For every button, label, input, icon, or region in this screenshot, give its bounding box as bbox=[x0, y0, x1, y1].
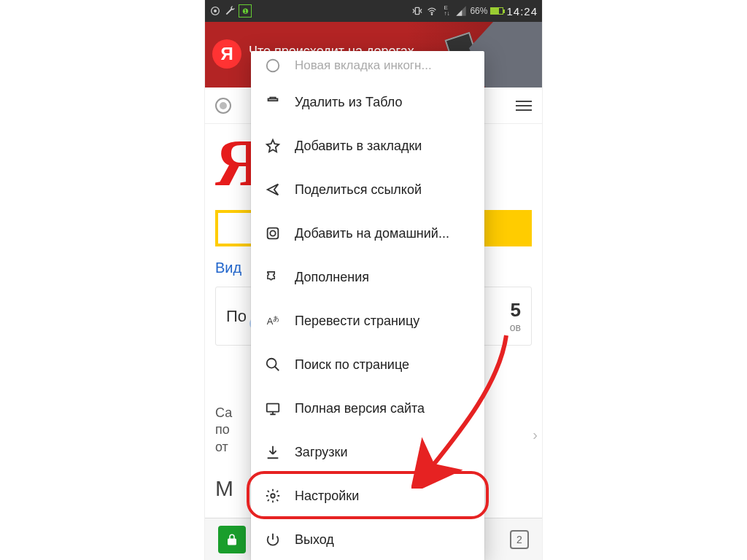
menu-item-label: Поделиться ссылкой bbox=[295, 182, 422, 198]
svg-point-7 bbox=[270, 230, 275, 236]
vibrate-icon bbox=[411, 5, 423, 17]
star-icon bbox=[264, 137, 282, 155]
menu-item-settings[interactable]: Настройки bbox=[251, 474, 484, 518]
yandex-logo-icon: Я bbox=[212, 39, 241, 69]
menu-item-label: Удалить из Табло bbox=[295, 95, 402, 110]
battery-percent: 66% bbox=[470, 6, 487, 16]
location-icon[interactable] bbox=[215, 98, 231, 114]
lock-icon bbox=[225, 533, 239, 546]
hamburger-icon[interactable] bbox=[516, 101, 532, 111]
browser-menu: Новая вкладка инкогн...Удалить из ТаблоД… bbox=[251, 51, 484, 560]
menu-item-label: Добавить на домашний... bbox=[295, 226, 449, 241]
card-title: По bbox=[226, 307, 247, 326]
desktop-icon bbox=[264, 400, 282, 417]
video-link[interactable]: Вид bbox=[215, 260, 241, 276]
gps-icon bbox=[209, 5, 221, 17]
svg-point-4 bbox=[267, 60, 279, 72]
menu-item-label: Настройки bbox=[295, 489, 359, 504]
network-type-icon: E↑↓ bbox=[441, 5, 452, 17]
power-icon bbox=[264, 531, 282, 548]
svg-point-12 bbox=[271, 494, 275, 498]
menu-item-search[interactable]: Поиск по странице bbox=[251, 343, 484, 386]
trash-icon bbox=[264, 93, 282, 111]
svg-rect-2 bbox=[416, 7, 419, 14]
svg-rect-11 bbox=[267, 404, 279, 412]
svg-point-10 bbox=[267, 359, 276, 368]
share-icon bbox=[264, 181, 282, 198]
chevron-right-icon: › bbox=[533, 427, 538, 443]
svg-rect-5 bbox=[268, 98, 278, 101]
menu-item-puzzle[interactable]: Дополнения bbox=[251, 255, 484, 299]
weather-number: 5 bbox=[510, 299, 521, 322]
menu-item-label: Добавить в закладки bbox=[295, 139, 422, 154]
menu-item-desktop[interactable]: Полная версия сайта bbox=[251, 386, 484, 430]
menu-item-label: Перевести страницу bbox=[295, 314, 419, 329]
weather-sub: ов bbox=[510, 322, 521, 333]
tab-count-value: 2 bbox=[516, 534, 522, 545]
puzzle-icon bbox=[264, 268, 282, 286]
menu-item-home[interactable]: Добавить на домашний... bbox=[251, 211, 484, 255]
menu-item-download[interactable]: Загрузки bbox=[251, 430, 484, 474]
svg-text:あ: あ bbox=[273, 315, 279, 322]
menu-item-label: Выход bbox=[295, 532, 334, 548]
battery-icon bbox=[490, 7, 503, 15]
menu-item-share[interactable]: Поделиться ссылкой bbox=[251, 168, 484, 211]
clock: 14:24 bbox=[506, 5, 538, 18]
menu-item-translate[interactable]: AあПеревести страницу bbox=[251, 299, 484, 343]
wifi-icon bbox=[426, 5, 438, 17]
status-bar: ❶ E↑↓ 66% 14:24 bbox=[205, 0, 542, 22]
menu-item-trash[interactable]: Удалить из Табло bbox=[251, 80, 484, 124]
home-icon bbox=[264, 225, 282, 242]
tab-count-button[interactable]: 2 bbox=[510, 530, 529, 549]
menu-item-label: Новая вкладка инкогн... bbox=[295, 58, 432, 73]
download-icon bbox=[264, 443, 282, 461]
search-icon bbox=[264, 356, 282, 373]
settings-icon bbox=[264, 487, 282, 505]
menu-item-circle[interactable]: Новая вкладка инкогн... bbox=[251, 51, 484, 80]
menu-item-label: Полная версия сайта bbox=[295, 401, 425, 416]
lock-badge[interactable] bbox=[218, 526, 246, 553]
menu-item-label: Загрузки bbox=[295, 445, 347, 460]
svg-point-1 bbox=[214, 10, 217, 12]
menu-item-label: Поиск по странице bbox=[295, 357, 409, 373]
app-indicator-icon: ❶ bbox=[239, 4, 252, 18]
translate-icon: Aあ bbox=[264, 312, 282, 330]
circle-icon bbox=[264, 57, 282, 74]
menu-item-power[interactable]: Выход bbox=[251, 518, 484, 560]
wrench-icon bbox=[224, 5, 236, 17]
signal-icon bbox=[455, 5, 467, 17]
svg-point-3 bbox=[432, 14, 433, 15]
menu-item-label: Дополнения bbox=[295, 270, 369, 285]
svg-rect-6 bbox=[268, 228, 279, 239]
menu-item-star[interactable]: Добавить в закладки bbox=[251, 124, 484, 168]
